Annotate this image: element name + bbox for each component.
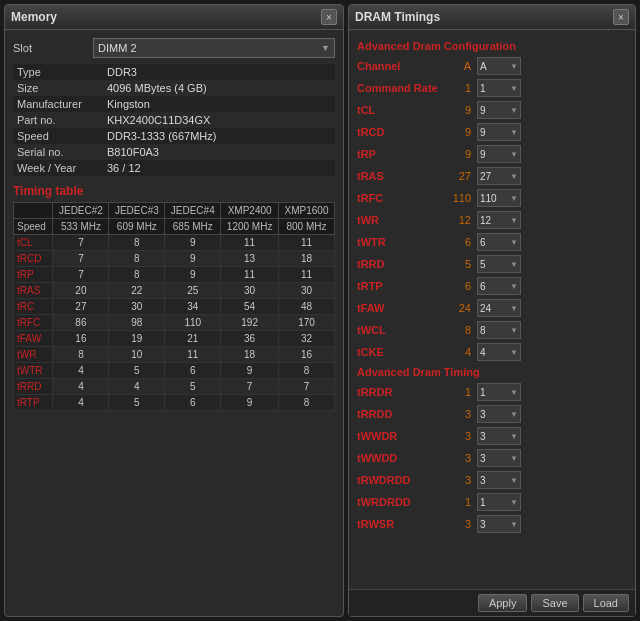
info-label: Manufacturer — [13, 96, 103, 112]
dram-timing-input[interactable]: A ▼ — [477, 57, 521, 75]
timing-section-header: Timing table — [13, 184, 335, 198]
timing-col-header: JEDEC#3 — [109, 203, 165, 219]
dram-dropdown-arrow: ▼ — [510, 260, 518, 269]
dram-timing-value: 3 — [447, 430, 477, 442]
dram-timing-input[interactable]: 3 ▼ — [477, 427, 521, 445]
timing-cell: 7 — [53, 251, 109, 267]
dram-timing-row: tWRDRDD 1 1 ▼ — [357, 492, 627, 512]
dram-timing-input[interactable]: 3 ▼ — [477, 515, 521, 533]
timing-cell: 7 — [53, 267, 109, 283]
dram-timing-row: tWTR 6 6 ▼ — [357, 232, 627, 252]
dram-input-val: 27 — [480, 171, 491, 182]
dram-timing-value: 9 — [447, 148, 477, 160]
dram-timing-input[interactable]: 3 ▼ — [477, 449, 521, 467]
timing-cell: 4 — [53, 395, 109, 411]
timing-row: tRTP45698 — [14, 395, 335, 411]
dram-timing-input[interactable]: 12 ▼ — [477, 211, 521, 229]
dram-timing-row: tRFC 110 110 ▼ — [357, 188, 627, 208]
timing-row: tWTR45698 — [14, 363, 335, 379]
slot-dropdown[interactable]: DIMM 2 ▼ — [93, 38, 335, 58]
dram-dropdown-arrow: ▼ — [510, 128, 518, 137]
dram-timing-input[interactable]: 3 ▼ — [477, 405, 521, 423]
dram-timing-value: 3 — [447, 474, 477, 486]
load-button[interactable]: Load — [583, 594, 629, 612]
timing-cell: 4 — [53, 379, 109, 395]
info-label: Part no. — [13, 112, 103, 128]
dram-dropdown-arrow: ▼ — [510, 520, 518, 529]
dram-timing-label: tRRDR — [357, 386, 447, 398]
dram-timing-input[interactable]: 1 ▼ — [477, 383, 521, 401]
timing-col-header: XMP2400 — [221, 203, 279, 219]
timing-cell: 98 — [109, 315, 165, 331]
dram-input-val: 1 — [480, 497, 486, 508]
dram-timing-value: 8 — [447, 324, 477, 336]
dram-dropdown-arrow: ▼ — [510, 326, 518, 335]
dram-timing-value: 3 — [447, 518, 477, 530]
dram-timing-value: 6 — [447, 236, 477, 248]
dram-timing-row: tCL 9 9 ▼ — [357, 100, 627, 120]
timing-cell: 6 — [165, 395, 221, 411]
info-label: Speed — [13, 128, 103, 144]
dram-dropdown-arrow: ▼ — [510, 348, 518, 357]
dram-input-val: 3 — [480, 431, 486, 442]
timing-row-name: tCL — [14, 235, 53, 251]
dram-timing-row: tWR 12 12 ▼ — [357, 210, 627, 230]
dram-timing-label: tRRD — [357, 258, 447, 270]
dram-timing-input[interactable]: 6 ▼ — [477, 233, 521, 251]
dram-timing-input[interactable]: 9 ▼ — [477, 145, 521, 163]
timing-cell: 16 — [53, 331, 109, 347]
dram-timing-value: A — [447, 60, 477, 72]
dram-timing-row: tRRDD 3 3 ▼ — [357, 404, 627, 424]
timing-row-name: tRC — [14, 299, 53, 315]
dram-dropdown-arrow: ▼ — [510, 476, 518, 485]
dram-timing-row: tRTP 6 6 ▼ — [357, 276, 627, 296]
dram-timing-row: tFAW 24 24 ▼ — [357, 298, 627, 318]
timing-row-name: tRFC — [14, 315, 53, 331]
dram-timing-value: 12 — [447, 214, 477, 226]
dram-dropdown-arrow: ▼ — [510, 106, 518, 115]
dram-input-val: 110 — [480, 193, 497, 204]
dram-timing-input[interactable]: 27 ▼ — [477, 167, 521, 185]
apply-button[interactable]: Apply — [478, 594, 528, 612]
dram-input-val: 4 — [480, 347, 486, 358]
dram-content: Advanced Dram Configuration Channel A A … — [349, 30, 635, 589]
timing-cell: 8 — [279, 363, 335, 379]
dram-timing-label: tWCL — [357, 324, 447, 336]
timing-col-header: JEDEC#4 — [165, 203, 221, 219]
dram-timing-input[interactable]: 8 ▼ — [477, 321, 521, 339]
dram-timing-input[interactable]: 110 ▼ — [477, 189, 521, 207]
dram-timing-input[interactable]: 1 ▼ — [477, 493, 521, 511]
memory-title: Memory — [11, 10, 57, 24]
timing-sub-header: 533 MHz — [53, 219, 109, 235]
timing-cell: 110 — [165, 315, 221, 331]
dram-title-bar: DRAM Timings × — [349, 5, 635, 30]
dram-timing-input[interactable]: 6 ▼ — [477, 277, 521, 295]
dram-timing-label: tRWSR — [357, 518, 447, 530]
dram-dropdown-arrow: ▼ — [510, 432, 518, 441]
dram-timing-input[interactable]: 9 ▼ — [477, 101, 521, 119]
dram-timing-input[interactable]: 1 ▼ — [477, 79, 521, 97]
memory-close-button[interactable]: × — [321, 9, 337, 25]
dram-close-button[interactable]: × — [613, 9, 629, 25]
info-row: Serial no.B810F0A3 — [13, 144, 335, 160]
dram-footer: Apply Save Load — [349, 589, 635, 616]
info-row: Week / Year36 / 12 — [13, 160, 335, 176]
dram-dropdown-arrow: ▼ — [510, 282, 518, 291]
dram-timing-input[interactable]: 5 ▼ — [477, 255, 521, 273]
dram-dropdown-arrow: ▼ — [510, 498, 518, 507]
timing-cell: 25 — [165, 283, 221, 299]
timing-row: tFAW1619213632 — [14, 331, 335, 347]
dram-input-val: 3 — [480, 519, 486, 530]
dram-timing-input[interactable]: 3 ▼ — [477, 471, 521, 489]
dram-timing-value: 1 — [447, 82, 477, 94]
slot-value: DIMM 2 — [98, 42, 137, 54]
dram-timing-input[interactable]: 4 ▼ — [477, 343, 521, 361]
save-button[interactable]: Save — [531, 594, 578, 612]
timing-cell: 11 — [221, 235, 279, 251]
timing-row-name: tRCD — [14, 251, 53, 267]
dram-timing-input[interactable]: 24 ▼ — [477, 299, 521, 317]
dram-section-header: Advanced Dram Timing — [357, 366, 627, 378]
dram-timing-row: tRWSR 3 3 ▼ — [357, 514, 627, 534]
dram-dropdown-arrow: ▼ — [510, 238, 518, 247]
dram-timing-input[interactable]: 9 ▼ — [477, 123, 521, 141]
